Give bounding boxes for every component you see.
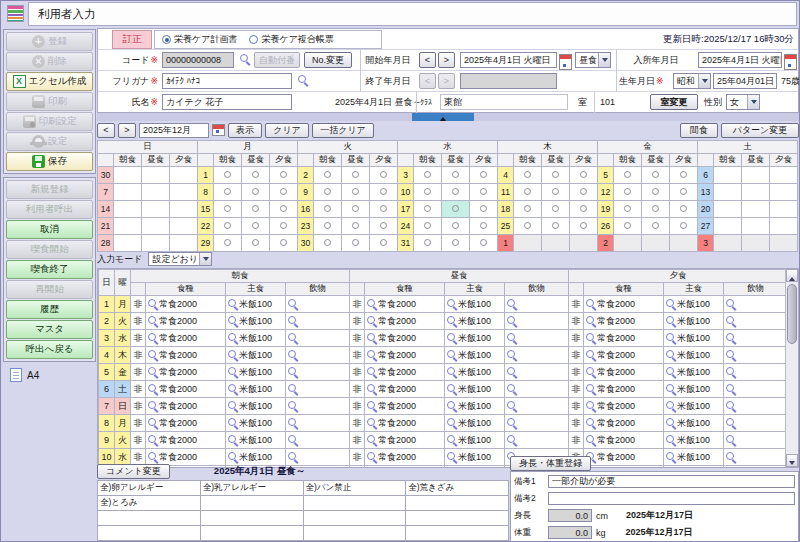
- staple-cell[interactable]: 米飯100: [226, 347, 286, 364]
- chevron-down-icon[interactable]: [698, 74, 710, 88]
- calendar-meal-cell[interactable]: [642, 235, 670, 252]
- search-icon[interactable]: [447, 435, 456, 445]
- skip-flag-cell[interactable]: 非: [131, 415, 146, 432]
- scroll-down-icon[interactable]: [786, 454, 798, 467]
- calendar-date-cell[interactable]: 7: [98, 184, 114, 201]
- calendar-meal-cell[interactable]: [470, 201, 498, 218]
- search-icon[interactable]: [507, 418, 516, 428]
- staple-cell[interactable]: 米飯100: [445, 313, 505, 330]
- cancel-button[interactable]: 取消: [6, 220, 93, 239]
- calendar-date-cell[interactable]: 27: [698, 218, 714, 235]
- search-icon[interactable]: [148, 401, 157, 411]
- calendar-meal-cell[interactable]: [770, 167, 798, 184]
- search-icon[interactable]: [228, 350, 237, 360]
- search-icon[interactable]: [586, 367, 595, 377]
- search-icon[interactable]: [367, 435, 376, 445]
- chevron-down-icon[interactable]: [199, 253, 211, 265]
- calendar-date-cell[interactable]: 31: [398, 235, 414, 252]
- meal-type-cell[interactable]: 常食2000: [146, 449, 226, 466]
- search-icon[interactable]: [726, 333, 735, 343]
- skip-flag-cell[interactable]: 非: [350, 415, 365, 432]
- skip-flag-cell[interactable]: 非: [131, 432, 146, 449]
- start-date-next-button[interactable]: >: [438, 52, 455, 68]
- calendar-meal-cell[interactable]: [514, 167, 542, 184]
- calendar-meal-cell[interactable]: [142, 184, 170, 201]
- meal-type-cell[interactable]: 常食2000: [584, 449, 664, 466]
- calendar-meal-cell[interactable]: [470, 235, 498, 252]
- drink-cell[interactable]: [286, 330, 350, 347]
- comment-cell[interactable]: [303, 496, 406, 511]
- calendar-meal-cell[interactable]: [342, 218, 370, 235]
- skip-flag-cell[interactable]: 非: [569, 296, 584, 313]
- search-icon[interactable]: [507, 316, 516, 326]
- drink-cell[interactable]: [505, 330, 569, 347]
- skip-flag-cell[interactable]: 非: [350, 296, 365, 313]
- calendar-date-cell[interactable]: 16: [298, 201, 314, 218]
- calendar-meal-cell[interactable]: [742, 218, 770, 235]
- calendar-meal-cell[interactable]: [170, 218, 198, 235]
- radio-off-icon[interactable]: [249, 35, 258, 44]
- skip-flag-cell[interactable]: 非: [131, 330, 146, 347]
- calendar-meal-cell[interactable]: [570, 201, 598, 218]
- search-icon[interactable]: [228, 401, 237, 411]
- calendar-meal-cell[interactable]: [370, 218, 398, 235]
- search-icon[interactable]: [507, 367, 516, 377]
- search-icon[interactable]: [586, 333, 595, 343]
- search-icon[interactable]: [586, 350, 595, 360]
- drink-cell[interactable]: [505, 432, 569, 449]
- search-icon[interactable]: [447, 367, 456, 377]
- skip-flag-cell[interactable]: 非: [131, 296, 146, 313]
- staple-cell[interactable]: 米飯100: [226, 381, 286, 398]
- clear-button[interactable]: クリア: [265, 123, 309, 138]
- start-date-prev-button[interactable]: <: [419, 52, 436, 68]
- calendar-meal-cell[interactable]: [770, 235, 798, 252]
- drink-cell[interactable]: [286, 313, 350, 330]
- search-icon[interactable]: [666, 299, 675, 309]
- birth-date-input[interactable]: 25年04月01日: [713, 73, 777, 89]
- search-icon[interactable]: [586, 316, 595, 326]
- calendar-meal-cell[interactable]: [342, 201, 370, 218]
- drink-cell[interactable]: [286, 364, 350, 381]
- comment-cell[interactable]: 全)卵アレルギー: [98, 481, 201, 496]
- search-icon[interactable]: [288, 333, 297, 343]
- skip-flag-cell[interactable]: 非: [350, 449, 365, 466]
- search-icon[interactable]: [148, 299, 157, 309]
- search-icon[interactable]: [586, 299, 595, 309]
- calendar-meal-cell[interactable]: [714, 218, 742, 235]
- gender-select[interactable]: 女: [726, 94, 760, 110]
- meal-type-cell[interactable]: 常食2000: [146, 364, 226, 381]
- comment-cell[interactable]: [303, 511, 406, 526]
- skip-flag-cell[interactable]: 非: [131, 398, 146, 415]
- start-meal-select[interactable]: 昼食: [575, 52, 611, 68]
- note2-input[interactable]: [548, 492, 795, 505]
- calendar-meal-cell[interactable]: [514, 235, 542, 252]
- staple-cell[interactable]: 米飯100: [664, 449, 724, 466]
- staple-cell[interactable]: 米飯100: [445, 432, 505, 449]
- month-calendar-icon[interactable]: [212, 124, 225, 136]
- staple-cell[interactable]: 米飯100: [664, 466, 724, 469]
- calendar-date-cell[interactable]: 15: [198, 201, 214, 218]
- meal-type-cell[interactable]: 常食2000: [365, 364, 445, 381]
- calendar-date-cell[interactable]: 30: [98, 167, 114, 184]
- search-icon[interactable]: [148, 384, 157, 394]
- staple-cell[interactable]: 米飯100: [664, 364, 724, 381]
- scroll-up-icon[interactable]: [786, 269, 798, 282]
- search-icon[interactable]: [726, 384, 735, 394]
- drink-cell[interactable]: [505, 364, 569, 381]
- master-button[interactable]: マスタ: [6, 320, 93, 339]
- calendar-meal-cell[interactable]: [542, 235, 570, 252]
- search-icon[interactable]: [288, 384, 297, 394]
- meal-type-cell[interactable]: 常食2000: [146, 347, 226, 364]
- meal-type-cell[interactable]: 常食2000: [584, 364, 664, 381]
- drink-cell[interactable]: [505, 381, 569, 398]
- staple-cell[interactable]: 米飯100: [445, 364, 505, 381]
- calendar-meal-cell[interactable]: [442, 184, 470, 201]
- search-icon[interactable]: [288, 452, 297, 462]
- calendar-meal-cell[interactable]: [742, 167, 770, 184]
- start-date-calendar-icon[interactable]: [559, 54, 572, 70]
- calendar-meal-cell[interactable]: [414, 218, 442, 235]
- search-icon[interactable]: [447, 299, 456, 309]
- calendar-date-cell[interactable]: 8: [198, 184, 214, 201]
- search-icon[interactable]: [148, 418, 157, 428]
- search-icon[interactable]: [726, 367, 735, 377]
